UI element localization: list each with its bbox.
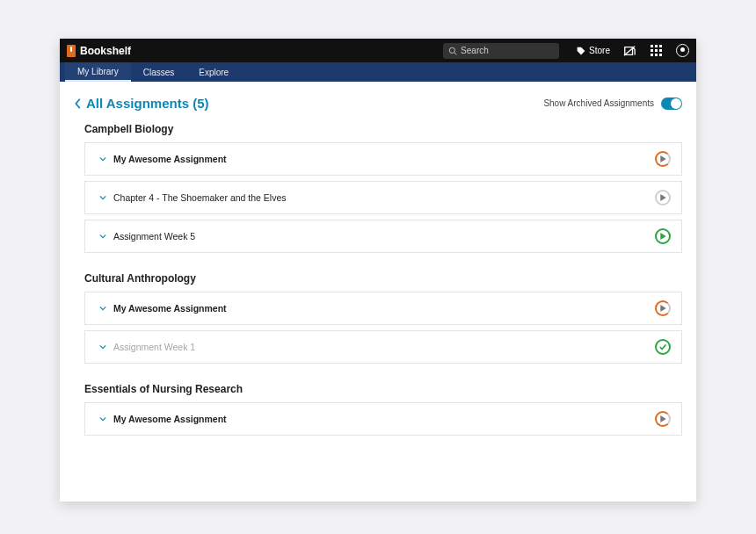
app-window: Bookshelf Search Store My Library Class — [60, 39, 696, 502]
status-ready-icon[interactable] — [655, 228, 671, 244]
topbar: Bookshelf Search Store — [60, 39, 696, 62]
chevron-down-icon — [99, 155, 106, 162]
assignment-title: My Awesome Assignment — [113, 414, 227, 424]
chevron-left-icon — [74, 97, 83, 110]
search-input[interactable]: Search — [443, 43, 559, 59]
status-in-progress-icon[interactable] — [655, 300, 671, 316]
notifications-icon[interactable] — [622, 44, 636, 58]
assignment-row[interactable]: My Awesome Assignment — [84, 142, 682, 176]
archived-toggle[interactable] — [661, 97, 682, 110]
chevron-down-icon — [99, 415, 106, 422]
svg-line-1 — [454, 52, 457, 54]
status-not-started-icon[interactable] — [655, 190, 671, 206]
page-header: All Assignments (5) Show Archived Assign… — [74, 96, 682, 111]
status-in-progress-icon[interactable] — [655, 151, 671, 167]
archived-label: Show Archived Assignments — [543, 98, 654, 108]
navbar: My Library Classes Explore — [60, 62, 696, 82]
course-section: Cultural AnthropologyMy Awesome Assignme… — [74, 272, 682, 364]
back-to-all-assignments[interactable]: All Assignments (5) — [74, 96, 208, 111]
bookshelf-icon — [67, 45, 76, 57]
assignment-row[interactable]: Assignment Week 1 — [84, 330, 682, 364]
course-section: Campbell BiologyMy Awesome AssignmentCha… — [74, 123, 682, 253]
brand-label: Bookshelf — [80, 45, 131, 57]
chevron-down-icon — [99, 343, 106, 350]
content: All Assignments (5) Show Archived Assign… — [60, 82, 696, 502]
chevron-down-icon — [99, 305, 106, 312]
assignment-row[interactable]: Chapter 4 - The Shoemaker and the Elves — [84, 181, 682, 214]
svg-point-0 — [449, 47, 454, 53]
chevron-down-icon — [99, 194, 106, 201]
svg-line-2 — [624, 46, 635, 55]
course-title: Campbell Biology — [84, 123, 682, 135]
store-link[interactable]: Store — [577, 46, 610, 55]
search-icon — [448, 47, 457, 55]
apps-icon[interactable] — [649, 44, 663, 58]
page-title: All Assignments (5) — [86, 96, 208, 111]
brand[interactable]: Bookshelf — [67, 45, 131, 57]
assignment-title: My Awesome Assignment — [113, 303, 227, 314]
chevron-down-icon — [99, 233, 106, 240]
tab-explore[interactable]: Explore — [186, 62, 241, 82]
tag-icon — [577, 47, 585, 55]
assignment-title: Assignment Week 1 — [113, 342, 195, 352]
search-placeholder: Search — [461, 46, 489, 55]
top-actions: Store — [577, 44, 689, 58]
store-label: Store — [589, 46, 610, 55]
profile-icon[interactable] — [675, 44, 689, 58]
tab-classes[interactable]: Classes — [131, 62, 187, 82]
assignment-title: Assignment Week 5 — [113, 231, 195, 242]
status-in-progress-icon[interactable] — [655, 411, 671, 427]
archived-toggle-row: Show Archived Assignments — [543, 97, 682, 110]
course-title: Essentials of Nursing Research — [84, 383, 682, 395]
course-section: Essentials of Nursing ResearchMy Awesome… — [74, 383, 682, 436]
course-title: Cultural Anthropology — [84, 272, 682, 285]
assignment-title: Chapter 4 - The Shoemaker and the Elves — [113, 192, 287, 203]
assignment-title: My Awesome Assignment — [113, 154, 227, 164]
assignment-row[interactable]: Assignment Week 5 — [84, 220, 682, 253]
status-complete-icon[interactable] — [655, 339, 671, 355]
assignment-row[interactable]: My Awesome Assignment — [84, 292, 682, 325]
tab-my-library[interactable]: My Library — [65, 62, 131, 82]
assignment-row[interactable]: My Awesome Assignment — [84, 402, 682, 436]
